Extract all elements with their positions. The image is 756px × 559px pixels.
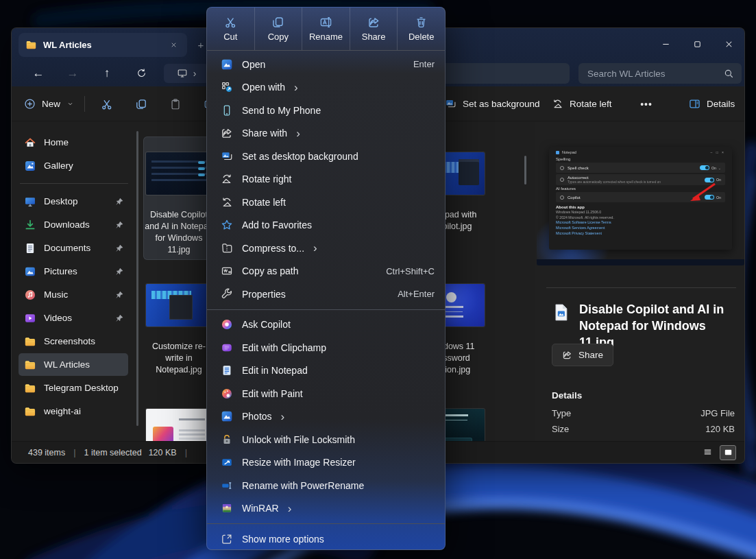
pin-icon (114, 220, 124, 230)
details-rows: Type JPG File Size 120 KB (552, 405, 735, 437)
breadcrumb[interactable]: › (164, 64, 209, 83)
minimize-button[interactable] (650, 28, 681, 60)
context-menu-item-compress-to[interactable]: Compress to... › (207, 237, 445, 260)
context-menu-item-open-with[interactable]: Open with › (207, 76, 445, 99)
context-menu-item-properties[interactable]: Properties Alt+Enter (207, 283, 445, 306)
new-tab-button[interactable]: + (195, 39, 206, 51)
quick-action-icon (319, 16, 332, 29)
context-menu-item-set-as-desktop-background[interactable]: Set as desktop background (207, 145, 445, 168)
context-menu-item-edit-in-notepad[interactable]: Edit in Notepad (207, 359, 445, 383)
maximize-button[interactable] (681, 28, 713, 60)
context-menu-item-photos[interactable]: Photos › (207, 405, 445, 429)
file-tile-disable-copilot-and-ai-in-notepad-for-wind[interactable]: Disable Copilot and AI in Notepad for Wi… (143, 136, 215, 260)
context-menu-item-add-to-favorites[interactable]: Add to Favorites (207, 214, 445, 237)
menu-item-icon (221, 388, 233, 400)
sidebar-item-downloads[interactable]: Downloads (19, 213, 128, 236)
context-menu-item-share-with[interactable]: Share with › (207, 122, 445, 145)
sidebar-item-wl-articles[interactable]: WL Articles (19, 353, 128, 376)
new-button[interactable]: New (24, 86, 74, 121)
cut-button[interactable] (93, 86, 121, 121)
quick-action-share[interactable]: Share (350, 8, 398, 50)
close-button[interactable] (713, 28, 744, 60)
sidebar-item-label: WL Articles (44, 359, 90, 370)
menu-item-label: Open (242, 59, 265, 70)
context-menu-item-resize-with-image-resizer[interactable]: Resize with Image Resizer (207, 451, 445, 475)
context-menu-item-ask-copilot[interactable]: Ask Copilot (207, 313, 445, 337)
menu-item-icon (221, 104, 233, 117)
context-menu-item-send-to-my-phone[interactable]: Send to My Phone (207, 99, 445, 122)
see-more-button[interactable]: ••• (633, 86, 660, 121)
context-menu-item-edit-with-clipchamp[interactable]: Edit with Clipchamp (207, 336, 445, 359)
quick-action-copy[interactable]: Copy (255, 8, 303, 50)
menu-item-label: Add to Favorites (242, 219, 312, 230)
menu-item-icon (221, 410, 233, 423)
new-label: New (42, 99, 60, 109)
quick-action-icon (224, 16, 237, 29)
context-menu-item-rotate-right[interactable]: Rotate right (207, 168, 445, 191)
sidebar-item-icon (24, 160, 36, 172)
file-tile-customize-re-write-in-notepad-jpg[interactable]: Customize re-write in Notepad.jpg (143, 268, 215, 380)
sidebar-item-pictures[interactable]: Pictures (19, 260, 128, 283)
menu-item-label: Open with (242, 82, 285, 93)
sidebar-item-gallery[interactable]: Gallery (19, 154, 128, 177)
this-pc-icon (177, 68, 188, 79)
paste-button[interactable] (161, 86, 190, 121)
quick-action-icon (367, 16, 380, 29)
context-menu-item-show-more-options[interactable]: Show more options (207, 527, 445, 550)
context-menu-item-copy-as-path[interactable]: Copy as path Ctrl+Shift+C (207, 260, 445, 283)
quick-action-label: Share (362, 32, 386, 42)
context-menu-item-winrar[interactable]: WinRAR › (207, 497, 445, 521)
sidebar-item-icon (24, 382, 36, 394)
sidebar-item-documents[interactable]: Documents (19, 237, 128, 259)
sidebar-item-home[interactable]: Home (19, 131, 128, 154)
details-toggle-button[interactable]: Details (689, 86, 735, 121)
sidebar-item-label: Home (44, 137, 69, 147)
preview-spell-check-label: Spell check (568, 166, 589, 170)
sidebar-scrollbar[interactable] (136, 131, 138, 426)
share-button[interactable]: Share (552, 344, 613, 366)
context-menu-item-rename-with-powerrename[interactable]: Rename with PowerRename (207, 474, 445, 497)
quick-action-rename[interactable]: Rename (302, 8, 350, 50)
tab-title: WL Articles (43, 40, 160, 50)
sidebar-item-screenshots[interactable]: Screenshots (19, 330, 128, 353)
menu-item-label: Send to My Phone (242, 105, 321, 116)
quick-action-cut[interactable]: Cut (207, 8, 255, 50)
explorer-tab[interactable]: WL Articles (19, 33, 187, 57)
menu-item-shortcut: Alt+Enter (398, 289, 435, 299)
context-menu-item-rotate-left[interactable]: Rotate left (207, 191, 445, 214)
menu-item-shortcut: Enter (413, 59, 435, 69)
menu-item-icon (221, 502, 233, 514)
preview-links: Microsoft Software License TermsMicrosof… (556, 219, 725, 236)
folder-icon (25, 39, 37, 51)
search-input[interactable] (578, 69, 724, 79)
context-menu-item-unlock-with-file-locksmith[interactable]: Unlock with File Locksmith (207, 428, 445, 451)
context-menu-item-edit-with-paint[interactable]: Edit with Paint (207, 382, 445, 405)
sidebar-item-telegram-desktop[interactable]: Telegram Desktop (19, 377, 128, 399)
preview-link: Microsoft Privacy Statement (556, 230, 725, 236)
quick-action-delete[interactable]: Delete (398, 8, 445, 50)
list-view-button[interactable] (699, 445, 716, 460)
menu-item-label: WinRAR (242, 503, 279, 514)
set-as-background-button[interactable]: Set as background (445, 86, 540, 121)
up-button[interactable]: ↑ (95, 60, 119, 86)
sidebar-item-icon (24, 312, 36, 324)
thumbnail-view-button[interactable] (720, 445, 736, 460)
menu-item-label: Share with (242, 128, 287, 139)
sidebar-item-weight-ai[interactable]: weight-ai (19, 400, 128, 423)
menu-item-icon (221, 342, 233, 354)
preview-autocorrect-subtext: Typos are automatically corrected when s… (568, 180, 661, 184)
copy-button[interactable] (127, 86, 156, 121)
back-button[interactable]: ← (27, 60, 50, 86)
sidebar-item-desktop[interactable]: Desktop (19, 190, 128, 213)
sidebar-item-label: Pictures (44, 266, 77, 276)
file-grid-scrollbar[interactable] (524, 156, 526, 185)
sidebar-item-videos[interactable]: Videos (19, 307, 128, 329)
status-divider: | (73, 447, 75, 457)
context-menu-item-open[interactable]: Open Enter (207, 53, 445, 76)
quick-action-label: Cut (223, 32, 237, 42)
divider (207, 309, 445, 310)
rotate-left-button[interactable]: Rotate left (552, 86, 612, 121)
refresh-button[interactable] (130, 60, 153, 86)
sidebar-item-music[interactable]: Music (19, 283, 128, 306)
tab-close-icon[interactable] (167, 38, 180, 52)
